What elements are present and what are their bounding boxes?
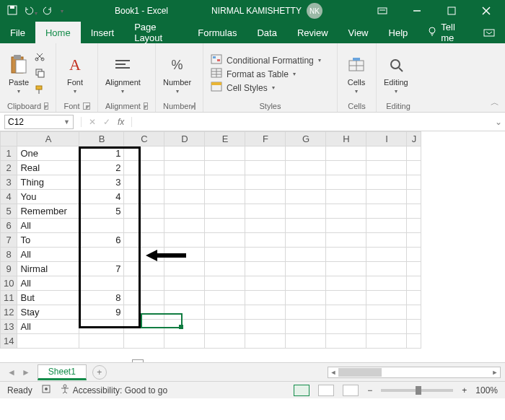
cell[interactable]: [286, 146, 326, 161]
spreadsheet-grid[interactable]: A B C D E F G H I J 1One12Real23Thing34Y…: [0, 131, 421, 349]
cell[interactable]: [407, 262, 421, 276]
cell[interactable]: To: [17, 233, 79, 248]
cell[interactable]: All: [17, 248, 79, 262]
paste-button[interactable]: Paste ▾: [7, 53, 30, 95]
cell[interactable]: [245, 262, 286, 276]
row-header[interactable]: 1: [1, 146, 17, 161]
cell[interactable]: [366, 276, 407, 291]
cell[interactable]: [164, 161, 205, 175]
cell[interactable]: [245, 320, 286, 334]
cell[interactable]: [124, 276, 164, 291]
cell[interactable]: [407, 161, 421, 175]
cell[interactable]: [164, 146, 205, 161]
cell[interactable]: [245, 334, 286, 349]
cell[interactable]: [366, 305, 407, 320]
editing-button[interactable]: Editing▾: [384, 53, 408, 95]
font-launcher-icon[interactable]: [83, 102, 90, 110]
cell[interactable]: [407, 204, 421, 219]
cell[interactable]: One: [17, 146, 79, 161]
cell[interactable]: [407, 190, 421, 204]
cell[interactable]: You: [17, 190, 79, 204]
cell[interactable]: [205, 175, 245, 190]
cell[interactable]: [164, 276, 205, 291]
autofill-options-icon[interactable]: ▦: [132, 359, 144, 362]
zoom-slider[interactable]: [381, 389, 453, 392]
column-header[interactable]: G: [286, 132, 326, 146]
cell[interactable]: 6: [79, 233, 124, 248]
cell[interactable]: [164, 204, 205, 219]
cell[interactable]: Stay: [17, 305, 79, 320]
cell[interactable]: [366, 190, 407, 204]
insert-function-icon[interactable]: fx: [118, 117, 124, 127]
cell[interactable]: [366, 320, 407, 334]
font-button[interactable]: A Font▾: [63, 53, 87, 95]
conditional-formatting-button[interactable]: Conditional Formatting▾: [211, 54, 321, 66]
cell[interactable]: [245, 233, 286, 248]
cell[interactable]: [326, 262, 366, 276]
tab-file[interactable]: File: [0, 22, 35, 43]
column-header[interactable]: A: [17, 132, 79, 146]
redo-icon[interactable]: [43, 5, 55, 17]
sheet-nav-prev-icon[interactable]: ◄: [7, 367, 16, 377]
cell[interactable]: [205, 320, 245, 334]
cell[interactable]: [164, 262, 205, 276]
cell[interactable]: Nirmal: [17, 262, 79, 276]
cell[interactable]: [366, 334, 407, 349]
cancel-entry-icon[interactable]: ✕: [89, 117, 96, 127]
cell[interactable]: [407, 291, 421, 305]
cell[interactable]: [286, 204, 326, 219]
cell[interactable]: [366, 233, 407, 248]
cell[interactable]: [326, 233, 366, 248]
select-all-corner[interactable]: [1, 132, 17, 146]
cell[interactable]: [286, 305, 326, 320]
cell[interactable]: [286, 320, 326, 334]
cell[interactable]: [407, 248, 421, 262]
tab-review[interactable]: Review: [287, 22, 338, 43]
tab-formulas[interactable]: Formulas: [188, 22, 247, 43]
cell[interactable]: [407, 334, 421, 349]
cell[interactable]: [326, 276, 366, 291]
cell[interactable]: But: [17, 291, 79, 305]
cell-styles-button[interactable]: Cell Styles▾: [211, 82, 321, 94]
cell[interactable]: [124, 175, 164, 190]
cell[interactable]: [124, 248, 164, 262]
column-header[interactable]: J: [407, 132, 421, 146]
cell[interactable]: [407, 233, 421, 248]
cell[interactable]: [124, 291, 164, 305]
cell[interactable]: [366, 175, 407, 190]
cell[interactable]: [326, 291, 366, 305]
tab-data[interactable]: Data: [247, 22, 286, 43]
cell[interactable]: [164, 305, 205, 320]
cell[interactable]: 7: [79, 262, 124, 276]
accessibility-status[interactable]: Accessibility: Good to go: [60, 384, 167, 396]
cell[interactable]: [286, 276, 326, 291]
cell[interactable]: 5: [79, 204, 124, 219]
cell[interactable]: [245, 175, 286, 190]
tell-me[interactable]: Tell me: [418, 22, 473, 43]
column-header[interactable]: B: [79, 132, 124, 146]
cell[interactable]: [286, 233, 326, 248]
copy-icon[interactable]: [35, 68, 45, 80]
row-header[interactable]: 2: [1, 161, 17, 175]
horizontal-scrollbar[interactable]: ◄ ►: [328, 367, 501, 378]
cell[interactable]: [124, 233, 164, 248]
cell[interactable]: [205, 161, 245, 175]
tab-help[interactable]: Help: [379, 22, 418, 43]
undo-icon[interactable]: ▾: [23, 5, 38, 17]
cell[interactable]: [245, 305, 286, 320]
cell[interactable]: [286, 334, 326, 349]
cell[interactable]: [326, 320, 366, 334]
cell[interactable]: [366, 248, 407, 262]
number-launcher-icon[interactable]: [194, 102, 196, 110]
cell[interactable]: [326, 219, 366, 233]
cell[interactable]: [326, 146, 366, 161]
cut-icon[interactable]: [35, 51, 45, 64]
cell[interactable]: [17, 334, 79, 349]
avatar[interactable]: NK: [307, 3, 322, 19]
cell[interactable]: All: [17, 320, 79, 334]
cell[interactable]: [326, 248, 366, 262]
scroll-right-icon[interactable]: ►: [490, 367, 500, 377]
cell[interactable]: Thing: [17, 175, 79, 190]
column-header[interactable]: I: [366, 132, 407, 146]
cell[interactable]: 1: [79, 146, 124, 161]
